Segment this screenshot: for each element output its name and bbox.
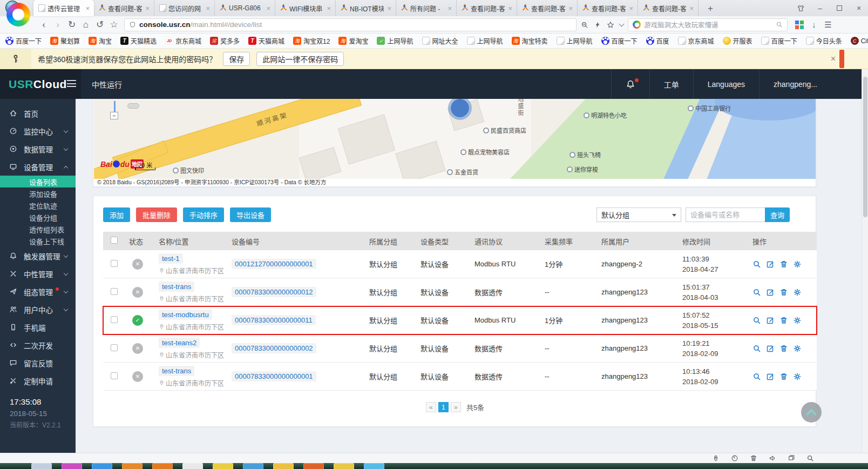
device-id-link[interactable]: 00012127000000000001 xyxy=(232,259,316,269)
baidu-map[interactable]: 顺河高架 冠盛街 民盛百货商店 靓点宠物美容店 明湖特色小吃 摇头飞椅 xyxy=(94,99,816,179)
device-name-link[interactable]: test-teans2 xyxy=(159,338,200,348)
tab-close-icon[interactable]: × xyxy=(84,4,91,12)
tab-close-icon[interactable]: × xyxy=(386,4,392,12)
taskbar-app-icon[interactable] xyxy=(31,463,52,469)
bookmark-item[interactable]: 京东商城 xyxy=(678,36,714,45)
view-device-icon[interactable] xyxy=(752,288,761,297)
sidebar-item[interactable]: 组态管理 xyxy=(0,283,76,300)
taskbar-app-icon[interactable] xyxy=(303,463,324,469)
header-mode-label[interactable]: 中性运行 xyxy=(92,69,122,99)
device-settings-icon[interactable] xyxy=(793,344,802,353)
browser-tab[interactable]: 透传云管理 × xyxy=(33,0,94,16)
row-checkbox[interactable] xyxy=(111,372,118,379)
home-button[interactable]: ⌂ xyxy=(79,19,93,30)
taskbar-app-icon[interactable] xyxy=(92,463,112,469)
sidebar-item[interactable]: 手机端 xyxy=(0,318,76,336)
favorite-star-button[interactable]: ☆ xyxy=(107,19,121,30)
export-devices-button[interactable]: 导出设备 xyxy=(230,207,271,222)
bookmark-item[interactable]: 上网导航 xyxy=(377,36,413,45)
sidebar-toggle-icon[interactable] xyxy=(67,80,76,87)
bookmark-item[interactable]: 京东商城 xyxy=(165,36,201,45)
tab-close-icon[interactable]: × xyxy=(567,4,574,12)
edit-device-icon[interactable] xyxy=(766,344,775,353)
tab-close-icon[interactable]: × xyxy=(265,4,272,12)
taskbar-app-icon[interactable] xyxy=(273,463,294,469)
url-field[interactable]: console.usr.cn /main.html#/device/list xyxy=(124,18,577,31)
back-button[interactable]: ‹ xyxy=(37,19,51,30)
bookmark-item[interactable]: 天猫商城 xyxy=(248,36,284,45)
bookmark-star-icon[interactable] xyxy=(607,21,614,29)
manual-sort-button[interactable]: 手动排序 xyxy=(183,207,224,222)
map-zoom-control[interactable]: − xyxy=(110,101,119,119)
sidebar-item[interactable]: 监控中心 xyxy=(0,122,76,140)
tab-close-icon[interactable]: × xyxy=(144,4,151,12)
zoom-slider[interactable] xyxy=(114,101,116,112)
device-id-link[interactable]: 00007833000000000001 xyxy=(232,371,316,381)
maximize-button[interactable] xyxy=(835,3,844,13)
bookmark-item[interactable]: 今日头条 xyxy=(806,36,842,45)
row-checkbox[interactable] xyxy=(111,344,118,351)
row-checkbox[interactable] xyxy=(111,316,118,323)
taskbar-app-icon[interactable] xyxy=(243,463,263,469)
sidebar-subitem[interactable]: 定位轨迹 xyxy=(0,199,76,211)
browser-tab[interactable]: USR-G806 × xyxy=(215,0,275,16)
browser-tab[interactable]: 查看问题-客 × xyxy=(94,0,154,16)
row-checkbox[interactable] xyxy=(111,260,118,267)
scrollbar-thumb[interactable] xyxy=(863,77,867,217)
tab-close-icon[interactable]: × xyxy=(688,4,695,12)
browser-skin-icon[interactable] xyxy=(796,3,805,13)
statusbar-tool-icon[interactable] xyxy=(788,454,795,462)
sidebar-subitem[interactable]: 添加设备 xyxy=(0,187,76,199)
device-settings-icon[interactable] xyxy=(793,372,802,381)
apps-grid-icon[interactable] xyxy=(795,21,804,29)
languages-link[interactable]: Languages xyxy=(693,69,759,99)
close-button[interactable]: × xyxy=(854,3,864,13)
delete-device-icon[interactable] xyxy=(779,344,788,353)
taskbar-app-icon[interactable] xyxy=(62,463,82,469)
minimize-button[interactable]: – xyxy=(815,3,825,13)
bookmark-item[interactable]: 百度 xyxy=(646,36,669,45)
save-password-button[interactable]: 保存 xyxy=(223,52,250,66)
forward-button[interactable]: › xyxy=(51,19,65,30)
notifications-bell[interactable] xyxy=(611,69,649,99)
back-to-top-button[interactable] xyxy=(801,402,822,423)
taskbar-app-icon[interactable] xyxy=(364,463,384,469)
menu-icon[interactable]: ☰ xyxy=(821,20,835,30)
user-menu[interactable]: zhangpeng... xyxy=(759,69,831,99)
bookmark-item[interactable]: 百度一下 xyxy=(601,36,638,45)
device-name-link[interactable]: test-trans xyxy=(159,282,194,292)
sidebar-item[interactable]: 触发器管理 xyxy=(0,247,76,265)
reload-button[interactable]: ↻ xyxy=(65,19,79,30)
query-button[interactable]: 查询 xyxy=(765,207,790,222)
search-icon[interactable] xyxy=(776,21,783,28)
delete-device-icon[interactable] xyxy=(779,260,788,269)
current-page-button[interactable]: 1 xyxy=(438,402,449,412)
bookmark-item[interactable]: City-Link Ex xyxy=(851,37,868,45)
browser-tab[interactable]: 查看问题-客 × xyxy=(457,0,517,16)
device-id-link[interactable]: 00007833000000000011 xyxy=(232,315,316,325)
browser-tab[interactable]: 所有问题 - × xyxy=(396,0,457,16)
sidebar-subitem[interactable]: 设备上下线 xyxy=(0,235,76,247)
edit-device-icon[interactable] xyxy=(766,288,775,297)
taskbar-app-icon[interactable] xyxy=(334,463,354,469)
view-device-icon[interactable] xyxy=(752,372,761,381)
batch-delete-button[interactable]: 批量删除 xyxy=(136,207,177,222)
tab-close-icon[interactable]: × xyxy=(446,4,453,12)
statusbar-tool-icon[interactable] xyxy=(769,454,776,462)
zoom-out-icon[interactable] xyxy=(581,21,588,29)
bookmark-item[interactable]: 百度一下 xyxy=(5,36,42,45)
sidebar-item[interactable]: 数据管理 xyxy=(0,140,76,158)
next-page-button[interactable]: » xyxy=(451,402,461,412)
device-name-link[interactable]: test-trans xyxy=(159,366,194,376)
browser-tab[interactable]: 查看问题-客 × xyxy=(517,0,578,16)
bookmark-item[interactable]: 开服表 xyxy=(723,36,752,45)
view-device-icon[interactable] xyxy=(752,260,761,269)
device-search-input[interactable] xyxy=(686,207,765,222)
lightning-icon[interactable] xyxy=(594,21,601,29)
delete-device-icon[interactable] xyxy=(779,288,788,297)
bookmark-item[interactable]: 上网导航 xyxy=(467,36,503,45)
bookmark-item[interactable]: 上网导航 xyxy=(557,36,593,45)
view-device-icon[interactable] xyxy=(752,316,761,325)
new-tab-button[interactable]: + xyxy=(703,2,718,15)
view-device-icon[interactable] xyxy=(752,344,761,353)
